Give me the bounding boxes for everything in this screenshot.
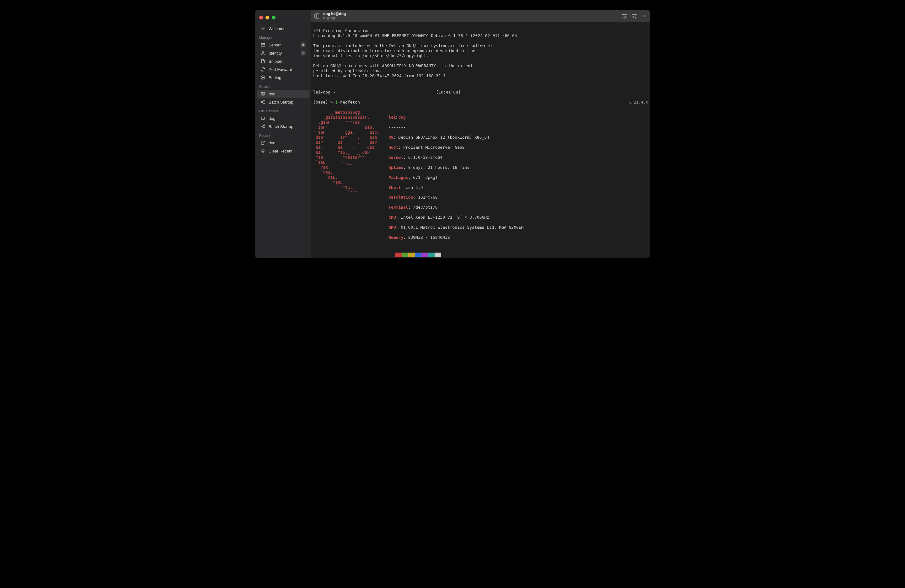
prompt1-host: lei@dog ~	[313, 90, 335, 94]
batch-startup-label: Batch Startup	[268, 100, 306, 105]
nf-host-val: ProLiant MicroServer Gen8	[403, 145, 465, 150]
sidebar-item-server[interactable]: Server 9	[257, 41, 310, 49]
sidebar-item-identity[interactable]: Identity 1	[257, 49, 310, 57]
transfer-icon	[260, 116, 265, 121]
svg-point-6	[262, 77, 264, 78]
svg-point-5	[262, 51, 264, 53]
sun-icon	[260, 26, 265, 31]
tab-bar: dog lei@dog lei@dog:~	[311, 10, 650, 22]
sidebar-header-manager: Manager	[255, 33, 311, 41]
color-swatch-row-1	[389, 253, 524, 257]
portforward-label: Port Forward	[268, 67, 306, 72]
nf-term-key: Terminal	[389, 205, 408, 209]
prompt1-right: 21.4.0	[629, 100, 648, 105]
color-swatch	[389, 253, 395, 257]
nf-term-val: /dev/pts/0	[413, 205, 437, 209]
svg-point-0	[262, 28, 264, 30]
nf-user: lei	[389, 115, 396, 120]
server-icon	[260, 42, 265, 48]
sidebar-item-session-dog[interactable]: dog	[257, 90, 310, 98]
clear-recent-label: Clear Recent	[268, 149, 306, 154]
trash-icon	[260, 148, 265, 154]
neofetch-info: lei@dog ------- OS: Debian GNU/Linux 12 …	[389, 110, 524, 258]
sidebar-item-portforward[interactable]: Port Forward	[257, 65, 310, 73]
minimize-window-button[interactable]	[265, 16, 269, 19]
nf-kernel-key: Kernel	[389, 155, 403, 160]
nf-pkg-key: Packages	[389, 175, 408, 180]
prompt-line-1: lei@dog ~ [10:41:08]	[313, 90, 648, 95]
tabbar-right	[622, 13, 647, 19]
nf-gpu-key: GPU	[389, 225, 396, 230]
settings-sliders-icon[interactable]	[622, 14, 627, 18]
svg-line-13	[262, 102, 264, 103]
user-icon	[260, 51, 265, 55]
gear-icon	[260, 75, 265, 80]
share-icon	[260, 124, 265, 129]
nf-uptime-key: Uptime	[389, 165, 403, 170]
welcome-label: Welcome	[268, 26, 306, 31]
sidebar: Welcome Manager Server 9 Identity 1 Snip…	[255, 10, 311, 258]
active-tab[interactable]: dog lei@dog lei@dog:~	[323, 12, 346, 20]
svg-line-20	[263, 141, 265, 143]
prompt1-prefix: (base) >	[313, 100, 335, 105]
sidebar-item-clear-recent[interactable]: Clear Recent	[257, 147, 310, 155]
nf-cpu-val: Intel Xeon E3-1230 V2 (8) @ 3.700GHz	[401, 215, 489, 220]
nf-separator: -------	[389, 125, 524, 130]
tab-subtitle: lei@dog:~	[323, 16, 346, 20]
svg-point-17	[264, 127, 265, 128]
prompt-line-1b: 21.4.0(base) > $ neofetch	[313, 100, 648, 105]
color-swatch	[395, 253, 402, 257]
share-icon	[260, 100, 265, 105]
identity-badge: 1	[301, 51, 306, 55]
sidebar-header-session: Session	[255, 82, 311, 90]
svg-point-16	[261, 126, 263, 127]
app-window: Welcome Manager Server 9 Identity 1 Snip…	[255, 10, 650, 258]
close-window-button[interactable]	[259, 16, 263, 19]
sidebar-item-batch-startup-ft[interactable]: Batch Startup	[257, 122, 310, 130]
sidebar-header-recent: Recent	[255, 130, 311, 139]
nf-mem-key: Memory	[389, 235, 403, 240]
document-icon	[260, 59, 265, 64]
color-swatch	[435, 253, 441, 257]
nf-os-key: OS	[389, 135, 394, 139]
nf-res-val: 1024x768	[418, 195, 438, 200]
sidebar-header-filetransfer: File Transfer	[255, 106, 311, 114]
terminal-output[interactable]: [*] Creating Connection Linux dog 6.1.0-…	[311, 22, 650, 258]
refresh-icon	[260, 67, 265, 72]
color-swatch	[428, 253, 435, 257]
main-panel: dog lei@dog lei@dog:~ [*] Cre	[311, 10, 650, 258]
settings-sliders-alt-icon[interactable]	[632, 14, 637, 18]
nf-pkg-val: 671 (dpkg)	[413, 175, 437, 180]
svg-line-19	[262, 127, 264, 127]
sidebar-item-snippet[interactable]: Snippet	[257, 57, 310, 65]
nf-host-key: Host	[389, 145, 398, 150]
nf-res-key: Resolution	[389, 195, 413, 200]
sidebar-item-ft-dog[interactable]: dog	[257, 114, 310, 122]
sidebar-item-batch-startup-session[interactable]: Batch Startup	[257, 98, 310, 106]
nf-shell-key: Shell	[389, 185, 401, 190]
color-swatch	[421, 253, 428, 257]
svg-point-11	[264, 103, 265, 104]
nf-kernel-val: 6.1.0-18-amd64	[408, 155, 443, 160]
nf-host: dog	[398, 115, 405, 120]
nf-mem-val: 839MiB / 15940MiB	[408, 235, 450, 240]
nf-shell-val: zsh 5.9	[406, 185, 423, 190]
maximize-window-button[interactable]	[272, 16, 276, 19]
sidebar-item-recent-dog[interactable]: dog	[257, 139, 310, 147]
batch-startup-ft-label: Batch Startup	[268, 124, 306, 129]
sidebar-item-setting[interactable]: Setting	[257, 73, 310, 82]
close-tab-icon[interactable]	[642, 13, 647, 19]
snippet-label: Snippet	[268, 59, 306, 64]
sidebar-item-welcome[interactable]: Welcome	[257, 24, 310, 33]
nf-uptime-val: 8 days, 21 hours, 16 mins	[408, 165, 470, 170]
debian-ascii-art: _,met$$$$$gg. ,g$$$$$$$$$$$$$$$P. ,g$$P"…	[313, 110, 389, 258]
color-swatch	[415, 253, 421, 257]
identity-label: Identity	[268, 51, 297, 55]
ft-dog-label: dog	[268, 116, 306, 121]
recent-dog-label: dog	[268, 141, 306, 145]
server-label: Server	[268, 43, 297, 48]
right-note-1: 21.4.0	[634, 100, 648, 105]
terminal-icon	[260, 91, 265, 96]
toggle-sidebar-icon[interactable]	[314, 13, 320, 19]
motd-block: [*] Creating Connection Linux dog 6.1.0-…	[313, 28, 648, 78]
